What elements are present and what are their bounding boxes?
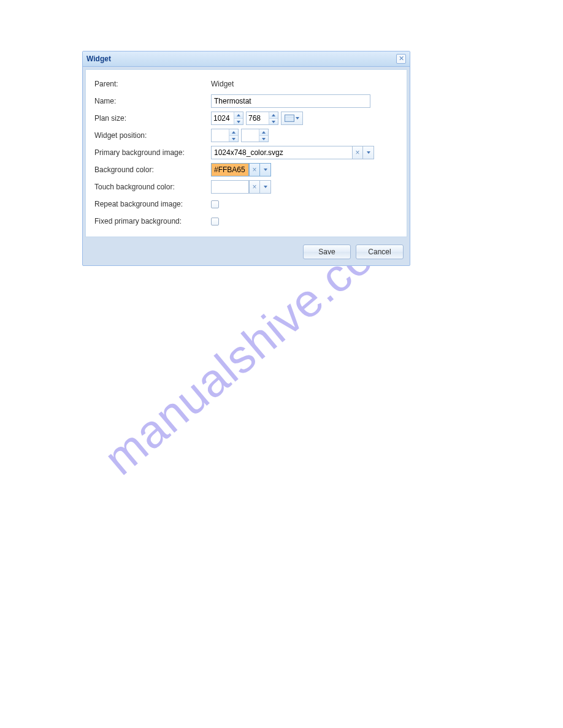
- label-widget-position: Widget position:: [94, 131, 211, 140]
- chevron-down-icon: [232, 138, 236, 140]
- chevron-down-icon: [272, 121, 275, 123]
- row-name: Name:: [94, 94, 398, 108]
- chevron-down-icon: [367, 151, 370, 154]
- pos-y-up[interactable]: [259, 129, 268, 135]
- repeat-bg-image-checkbox[interactable]: [211, 200, 219, 208]
- dialog-button-bar: Save Cancel: [83, 240, 410, 265]
- pos-x-input[interactable]: [212, 129, 229, 142]
- chevron-down-icon: [264, 186, 267, 188]
- primary-bg-image-clear[interactable]: ×: [352, 146, 363, 159]
- chevron-up-icon: [237, 114, 240, 116]
- chevron-up-icon: [232, 131, 236, 134]
- label-fixed-primary-bg: Fixed primary background:: [94, 217, 211, 226]
- dialog-title: Widget: [86, 55, 111, 63]
- pos-x-up[interactable]: [229, 129, 238, 135]
- row-primary-bg-image: Primary background image: ×: [94, 146, 398, 159]
- label-parent: Parent:: [94, 80, 211, 88]
- label-bg-color: Background color:: [94, 165, 211, 174]
- chevron-down-icon: [262, 138, 266, 140]
- plan-height-spinner: [246, 112, 278, 125]
- row-repeat-bg-image: Repeat background image:: [94, 197, 398, 211]
- label-plan-size: Plan size:: [94, 114, 211, 123]
- name-input[interactable]: [211, 94, 370, 108]
- bg-color-dropdown[interactable]: [260, 163, 271, 176]
- dialog-close-button[interactable]: ✕: [396, 54, 406, 64]
- pos-x-spinner: [211, 129, 239, 142]
- plan-height-down[interactable]: [269, 118, 278, 124]
- cancel-button[interactable]: Cancel: [356, 245, 404, 259]
- primary-bg-image-input[interactable]: [211, 146, 352, 159]
- dialog-header: Widget ✕: [83, 51, 410, 67]
- plan-height-input[interactable]: [247, 112, 269, 124]
- row-bg-color: Background color: ×: [94, 163, 398, 176]
- label-primary-bg-image: Primary background image:: [94, 148, 211, 157]
- label-touch-bg-color: Touch background color:: [94, 183, 211, 191]
- row-parent: Parent: Widget: [94, 77, 398, 91]
- pos-x-down[interactable]: [229, 135, 238, 142]
- chevron-up-icon: [262, 131, 266, 134]
- clear-icon: ×: [355, 148, 359, 157]
- clear-icon: ×: [252, 165, 256, 174]
- chevron-down-icon: [296, 117, 299, 119]
- plan-width-down[interactable]: [234, 118, 243, 124]
- plan-width-spinner: [211, 112, 243, 125]
- plan-width-up[interactable]: [234, 112, 243, 118]
- touch-bg-color-input[interactable]: [211, 180, 249, 194]
- primary-bg-image-dropdown[interactable]: [363, 146, 374, 159]
- pos-y-input[interactable]: [242, 129, 259, 142]
- bg-color-clear[interactable]: ×: [249, 163, 260, 176]
- chevron-down-icon: [264, 169, 267, 171]
- dialog-body: Parent: Widget Name: Plan size:: [85, 69, 407, 237]
- row-fixed-primary-bg: Fixed primary background:: [94, 214, 398, 228]
- fixed-primary-bg-checkbox[interactable]: [211, 218, 219, 226]
- row-plan-size: Plan size:: [94, 112, 398, 125]
- label-name: Name:: [94, 97, 211, 105]
- clear-icon: ×: [252, 183, 256, 191]
- chevron-down-icon: [237, 121, 240, 123]
- close-icon: ✕: [399, 55, 404, 62]
- touch-bg-color-dropdown[interactable]: [260, 180, 271, 194]
- widget-dialog: Widget ✕ Parent: Widget Name: Plan size:: [82, 51, 410, 266]
- pos-y-down[interactable]: [259, 135, 268, 142]
- save-button[interactable]: Save: [303, 245, 351, 259]
- preset-icon: [285, 115, 294, 122]
- row-widget-position: Widget position:: [94, 129, 398, 142]
- plan-height-up[interactable]: [269, 112, 278, 118]
- plan-width-input[interactable]: [212, 112, 234, 124]
- touch-bg-color-clear[interactable]: ×: [249, 180, 260, 194]
- pos-y-spinner: [241, 129, 269, 142]
- value-parent: Widget: [211, 80, 234, 88]
- bg-color-input[interactable]: [211, 163, 249, 176]
- chevron-up-icon: [272, 114, 275, 116]
- plan-size-preset-button[interactable]: [281, 112, 303, 125]
- label-repeat-bg-image: Repeat background image:: [94, 200, 211, 208]
- row-touch-bg-color: Touch background color: ×: [94, 180, 398, 194]
